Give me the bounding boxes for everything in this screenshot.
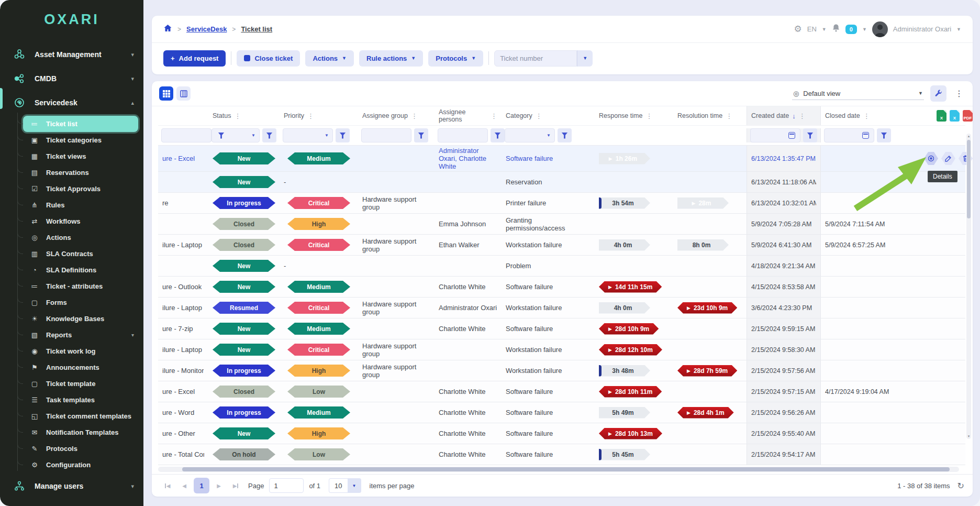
sidebar-item-ticket-work-log[interactable]: ◉ Ticket work log [23,343,138,359]
sidebar-item-ticket-list[interactable]: ≔ Ticket list [23,116,138,132]
sidebar-item-workflows[interactable]: ⇄ Workflows [23,213,138,229]
ticket-number-dropdown-button[interactable]: ▼ [577,50,593,67]
column-header-category[interactable]: Category⋮ [502,106,595,125]
assignee-persons-link[interactable]: Administrator Oxari, Charlotte White [439,147,497,170]
ticket-number-input[interactable] [494,50,577,67]
assignee-persons-link[interactable]: Charlotte White [439,409,486,416]
actions-dropdown-button[interactable]: Actions ▼ [305,50,354,67]
sidebar-item-ticket-approvals[interactable]: ☑ Ticket Approvals [23,181,138,197]
sidebar-item-ticket-attributes[interactable]: ≔ Ticket - attributes [23,278,138,294]
table-row[interactable]: ure - 7-zipNewMediumCharlotte WhiteSoftw… [158,318,965,339]
column-view-button[interactable] [176,86,191,101]
next-page-button[interactable]: ▶ [211,478,226,493]
ticket-title-link[interactable]: ure - Other [162,430,195,437]
sidebar-item-sla-definitions[interactable]: ◔ SLA Definitions [23,262,138,278]
ticket-title-link[interactable]: re [162,199,169,207]
sidebar-item-ticket-categories[interactable]: ▣ Ticket categories [23,132,138,148]
table-row[interactable]: New-Problem4/18/2024 9:21:34 AM [158,256,965,277]
sidebar-item-configuration[interactable]: ⚙ Configuration [23,457,138,473]
vertical-scrollbar-thumb[interactable] [967,140,971,218]
table-row[interactable]: ilure - LaptopClosedCriticalHardware sup… [158,235,965,256]
sidebar-item-protocols[interactable]: ✎ Protocols [23,441,138,457]
filter-input-persons[interactable] [438,128,488,142]
sidebar-item-task-templates[interactable]: ☰ Task templates [23,392,138,408]
table-row[interactable]: ilure - MonitorIn progressHighHardware s… [158,360,965,381]
sidebar-item-sla-contracts[interactable]: ▥ SLA Contracts [23,246,138,262]
table-row[interactable]: ure - OtherNewHighCharlotte WhiteSoftwar… [158,423,965,444]
ticket-title-link[interactable]: ilure - Laptop [162,304,202,312]
column-menu-icon[interactable]: ⋮ [491,112,497,120]
ticket-title-link[interactable]: ilure - Laptop [162,346,202,354]
table-row[interactable]: ure - OutlookNewMediumCharlotte WhiteSof… [158,277,965,298]
horizontal-scrollbar-thumb[interactable] [182,467,950,471]
sidebar-item-notification-templates[interactable]: ✉ Notification Templates [23,424,138,441]
home-icon[interactable] [163,24,172,35]
sidebar-item-actions[interactable]: ◎ Actions [23,229,138,246]
current-page-button[interactable]: 1 [194,478,209,493]
filter-funnel-button-category[interactable] [558,128,572,142]
category-link[interactable]: Software failure [506,409,553,416]
column-menu-icon[interactable]: ⋮ [307,112,314,120]
ticket-title-link[interactable]: ure - Excel [162,155,195,162]
ticket-title-link[interactable]: ure - 7-zip [162,325,193,333]
sidebar-item-manage-users[interactable]: Manage users ▾ [0,474,143,498]
details-eye-button[interactable] [924,152,938,165]
sidebar-item-cmdb[interactable]: CMDB ▾ [0,67,143,91]
table-row[interactable]: ure - Total CommanderOn holdLowCharlotte… [158,444,965,465]
language-selector[interactable]: EN [807,25,817,33]
category-link[interactable]: Software failure [506,388,553,395]
assignee-persons-link[interactable]: Charlotte White [439,388,486,395]
view-selector[interactable]: ◎ Default view ▼ [792,87,924,100]
horizontal-scrollbar[interactable] [158,467,959,472]
avatar[interactable] [872,21,888,37]
sidebar-item-announcements[interactable]: ⚑ Announcements [23,359,138,376]
table-row[interactable]: ure - WordIn progressMediumCharlotte Whi… [158,402,965,423]
column-header-created[interactable]: Created date↓⋮ [747,106,821,125]
category-link[interactable]: Software failure [506,325,553,333]
filter-select-category[interactable]: ▼ [505,128,555,142]
filter-input-group[interactable] [361,128,411,142]
category-link[interactable]: Printer failure [506,199,546,207]
column-header-resolution[interactable]: Resolution time⋮ [673,106,747,125]
category-link[interactable]: Problem [506,262,531,270]
gear-icon[interactable]: ⚙ [794,24,802,35]
filter-funnel-button-created[interactable] [803,128,817,142]
vertical-scrollbar[interactable]: ▴ ▾ [966,134,971,439]
sidebar-item-reservations[interactable]: ▤ Reservations [23,164,138,181]
ticket-title-link[interactable]: ure - Excel [162,388,195,395]
category-link[interactable]: Reservation [506,178,542,186]
assignee-persons-link[interactable]: Charlotte White [439,450,486,458]
sidebar-item-document-management[interactable]: Document management ▾ [0,498,143,506]
filter-select-status[interactable]: ▼ [211,128,260,142]
column-menu-icon[interactable]: ⋮ [411,112,418,120]
ticket-title-link[interactable]: ilure - Monitor [162,367,204,375]
ticket-title-link[interactable]: ilure - Laptop [162,241,202,249]
column-header-priority[interactable]: Priority⋮ [280,106,358,125]
rule-actions-dropdown-button[interactable]: Rule actions ▼ [359,50,423,67]
column-menu-icon[interactable]: ⋮ [726,112,732,120]
breadcrumb-ticket-list[interactable]: Ticket list [241,25,272,33]
category-link[interactable]: Workstation failure [506,346,562,354]
assignee-persons-link[interactable]: Ethan Walker [439,241,480,249]
page-size-select[interactable]: 10 ▼ [329,478,361,493]
protocols-dropdown-button[interactable]: Protocols ▼ [428,50,483,67]
filter-funnel-button-group[interactable] [414,128,428,142]
bell-icon[interactable] [832,24,840,35]
table-row[interactable]: ure - ExcelClosedLowCharlotte WhiteSoftw… [158,381,965,402]
assignee-persons-link[interactable]: Charlotte White [439,283,486,291]
ticket-title-link[interactable]: ure - Outlook [162,283,202,291]
table-row[interactable]: ure - ExcelNewMediumAdministrator Oxari,… [158,146,965,172]
table-row[interactable]: ClosedHighEmma JohnsonGranting permissio… [158,214,965,235]
sidebar-item-forms[interactable]: ▢ Forms [23,294,138,311]
column-menu-icon[interactable]: ⋮ [234,112,241,120]
column-menu-icon[interactable]: ⋮ [863,112,870,120]
grid-view-button[interactable] [159,86,173,101]
sidebar-item-asset-management[interactable]: Asset Management ▾ [0,42,143,67]
first-page-button[interactable]: ◀ [160,478,175,493]
notification-count-badge[interactable]: 0 [845,25,857,34]
category-link[interactable]: Workstation failure [506,241,562,249]
table-row[interactable]: reIn progressCriticalHardware support gr… [158,193,965,214]
column-menu-icon[interactable]: ⋮ [645,112,652,120]
sidebar-item-knowledge-bases[interactable]: ☀ Knowledge Bases [23,311,138,327]
category-link[interactable]: Software failure [506,430,553,437]
